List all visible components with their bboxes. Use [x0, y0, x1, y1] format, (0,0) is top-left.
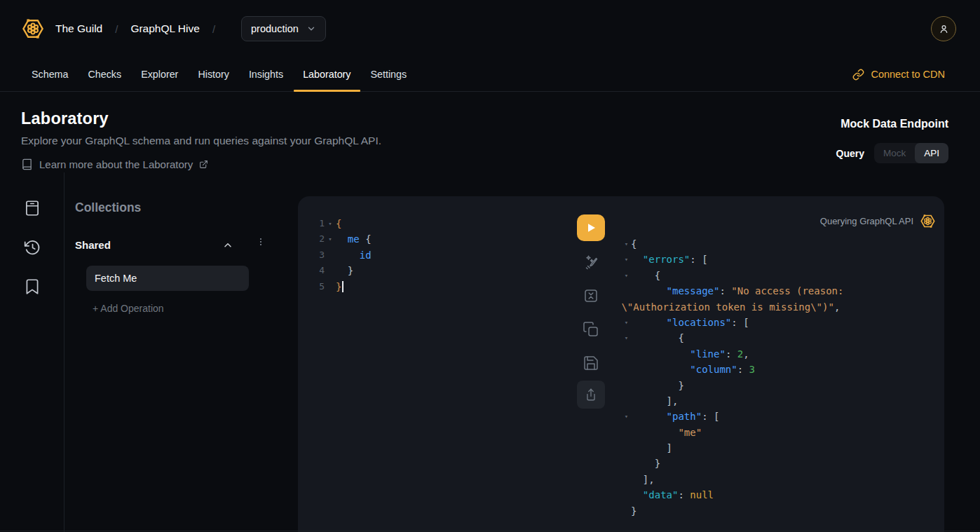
- tab-insights[interactable]: Insights: [239, 57, 293, 91]
- tab-checks[interactable]: Checks: [78, 57, 131, 91]
- connect-cdn-label: Connect to CDN: [871, 69, 945, 80]
- text-cursor: [342, 281, 343, 292]
- page-subtitle: Explore your GraphQL schema and run quer…: [21, 135, 948, 147]
- share-icon[interactable]: [577, 381, 605, 409]
- merge-fragments-icon[interactable]: [583, 287, 599, 304]
- docs-icon[interactable]: [23, 199, 41, 217]
- endpoint-status-label: Querying GraphQL API: [820, 216, 913, 226]
- page-title: Laboratory: [21, 109, 948, 128]
- fold-icon[interactable]: ▾: [622, 268, 631, 283]
- code-line: }: [622, 456, 936, 471]
- tab-settings[interactable]: Settings: [361, 57, 417, 91]
- fold-icon[interactable]: ▾: [622, 330, 631, 346]
- line-number: 1: [311, 216, 325, 231]
- page-header: Laboratory Explore your GraphQL schema a…: [0, 92, 980, 172]
- link-icon: [852, 69, 864, 81]
- fold-gutter: [622, 283, 631, 299]
- copy-icon[interactable]: [583, 321, 599, 338]
- connect-cdn-link[interactable]: Connect to CDN: [852, 57, 945, 91]
- history-icon[interactable]: [23, 238, 41, 257]
- fold-icon[interactable]: ▾: [622, 315, 631, 330]
- fold-icon[interactable]: ▾: [622, 252, 631, 267]
- endpoint-settings: Mock Data Endpoint Query MockAPI: [836, 118, 949, 163]
- operations-list: Fetch Me: [86, 266, 285, 291]
- save-icon[interactable]: [583, 355, 599, 371]
- fold-gutter: [622, 503, 631, 519]
- code-line: 5}: [311, 279, 372, 294]
- app-header: The Guild / GraphQL Hive / production: [0, 0, 980, 57]
- hive-logo-icon: [21, 17, 45, 41]
- code-line: ],: [622, 393, 936, 409]
- kebab-menu-icon[interactable]: [256, 236, 266, 248]
- endpoint-title: Mock Data Endpoint: [836, 118, 949, 130]
- fold-icon[interactable]: ▾: [325, 231, 336, 247]
- learn-more-link[interactable]: Learn more about the Laboratory: [21, 158, 208, 170]
- hive-logo-icon: [920, 213, 936, 229]
- chevron-down-icon: [306, 24, 316, 34]
- line-number: 3: [311, 247, 325, 263]
- sidebar-divider: [64, 172, 64, 532]
- editor-toolbar: [577, 214, 605, 409]
- line-number: 4: [311, 263, 325, 278]
- target-selector-button[interactable]: production: [241, 16, 326, 41]
- execute-query-button[interactable]: [577, 214, 605, 241]
- code-line: 3 id: [311, 247, 372, 263]
- breadcrumb-org[interactable]: The Guild: [55, 22, 102, 35]
- fold-gutter: [622, 378, 631, 393]
- fold-gutter: [622, 456, 631, 471]
- fold-gutter: [622, 440, 631, 456]
- code-line: ▾{: [622, 236, 936, 252]
- mock-api-toggle: MockAPI: [874, 143, 948, 163]
- toggle-option-mock[interactable]: Mock: [874, 143, 915, 163]
- collections-panel: Collections Shared Fetch Me + Add Operat…: [75, 172, 285, 315]
- target-selector-label: production: [251, 23, 299, 34]
- code-line: ▾ "path": [: [622, 409, 936, 424]
- line-number: 2: [311, 231, 325, 247]
- plugin-sidebar: [0, 172, 64, 532]
- query-editor[interactable]: 1▾{2▾ me {3 id4 }5}: [311, 216, 372, 294]
- add-operation-button[interactable]: + Add Operation: [93, 303, 164, 314]
- operation-item[interactable]: Fetch Me: [86, 266, 249, 291]
- fold-gutter: [622, 393, 631, 409]
- response-json: ▾{▾ "errors": [▾ { "message": "No access…: [622, 236, 936, 519]
- main-nav: SchemaChecksExplorerHistoryInsightsLabor…: [0, 57, 980, 92]
- code-line: 4 }: [311, 263, 372, 278]
- collections-heading: Collections: [75, 200, 285, 215]
- code-line: "column": 3: [622, 362, 936, 377]
- tab-explorer[interactable]: Explorer: [131, 57, 188, 91]
- bookmark-icon[interactable]: [23, 278, 41, 296]
- external-link-icon: [199, 160, 208, 169]
- prettify-icon[interactable]: [583, 254, 599, 271]
- fold-icon[interactable]: ▾: [622, 409, 631, 424]
- fold-gutter: [622, 346, 631, 362]
- nav-tabs: SchemaChecksExplorerHistoryInsightsLabor…: [22, 57, 416, 91]
- code-line: "message": "No access (reason:: [622, 283, 936, 299]
- tab-history[interactable]: History: [188, 57, 238, 91]
- response-viewer[interactable]: Querying GraphQL API ▾{▾ "errors": [▾ { …: [622, 213, 936, 519]
- line-number: 5: [311, 279, 325, 294]
- fold-gutter: [622, 472, 631, 487]
- fold-icon[interactable]: ▾: [325, 216, 336, 231]
- tab-laboratory[interactable]: Laboratory: [293, 57, 360, 91]
- user-avatar-button[interactable]: [931, 16, 956, 41]
- code-line: "me": [622, 425, 936, 440]
- collection-group-shared[interactable]: Shared: [75, 239, 266, 251]
- play-icon: [585, 222, 597, 233]
- code-line: "data": null: [622, 487, 936, 503]
- graphiql-panel: 1▾{2▾ me {3 id4 }5}: [298, 196, 944, 532]
- fold-gutter: [325, 263, 336, 278]
- code-line: ▾ {: [622, 330, 936, 346]
- fold-icon[interactable]: ▾: [622, 236, 631, 252]
- breadcrumb-project[interactable]: GraphQL Hive: [130, 22, 200, 35]
- learn-more-label: Learn more about the Laboratory: [39, 158, 193, 170]
- code-line: ▾ "locations": [: [622, 315, 936, 330]
- code-line: "line": 2,: [622, 346, 936, 362]
- fold-gutter: [622, 362, 631, 377]
- toggle-option-api[interactable]: API: [915, 143, 948, 163]
- tab-schema[interactable]: Schema: [22, 57, 78, 91]
- fold-gutter: [325, 247, 336, 263]
- code-line: ▾ "errors": [: [622, 252, 936, 267]
- chevron-up-icon: [222, 240, 233, 251]
- breadcrumb-separator: /: [212, 23, 215, 35]
- fold-gutter: [622, 487, 631, 503]
